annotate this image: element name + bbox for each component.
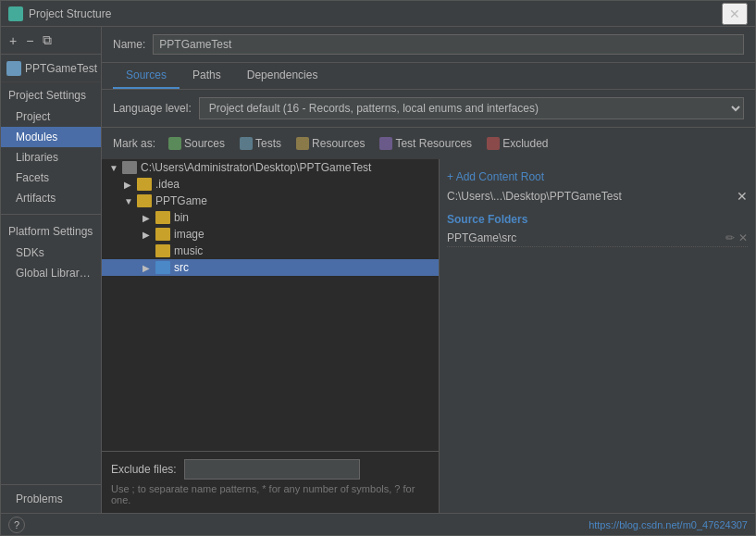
tree-item-bin[interactable]: ▶ bin [102, 209, 439, 226]
remove-source-folder-button[interactable]: ✕ [738, 231, 748, 244]
sidebar-item-modules[interactable]: Modules [1, 127, 101, 147]
file-tree: ▼ C:\Users\Administrator\Desktop\PPTGame… [102, 159, 440, 513]
image-folder-icon [155, 228, 170, 241]
source-folder-actions: ✏ ✕ [725, 231, 748, 244]
name-row: Name: [102, 27, 755, 63]
content-root-path: C:\Users\...\Desktop\PPTGameTest ✕ [447, 187, 748, 209]
mark-excluded-button[interactable]: Excluded [481, 135, 553, 152]
sidebar-bottom: Problems [1, 285, 101, 513]
tree-label-bin: bin [174, 211, 189, 224]
edit-source-folder-button[interactable]: ✏ [725, 231, 735, 244]
main-content: + − ⧉ PPTGameTest Project Settings Proje… [1, 27, 755, 513]
sidebar-item-project-settings[interactable]: Project Settings [1, 84, 101, 106]
tab-paths[interactable]: Paths [180, 63, 234, 89]
mark-as-label: Mark as: [113, 137, 155, 150]
excluded-icon [487, 137, 500, 150]
sidebar-item-problems[interactable]: Problems [1, 489, 101, 509]
idea-folder-icon [137, 178, 152, 191]
source-folder-path: PPTGame\src [447, 231, 516, 244]
mark-sources-label: Sources [184, 137, 225, 150]
mark-tests-label: Tests [255, 137, 281, 150]
sidebar-divider-bottom [1, 484, 101, 485]
tree-item-music[interactable]: music [102, 243, 439, 259]
src-folder-icon [155, 261, 170, 274]
sidebar-item-project[interactable]: Project [1, 106, 101, 127]
name-input[interactable] [153, 34, 744, 55]
resources-icon [296, 137, 309, 150]
project-structure-window: Project Structure ✕ + − ⧉ PPTGameTest Pr… [0, 0, 756, 536]
tree-label-idea: .idea [155, 178, 180, 191]
tab-sources[interactable]: Sources [113, 63, 180, 89]
tree-item-pptgame[interactable]: ▼ PPTGame [102, 193, 439, 209]
exclude-hint: Use ; to separate name patterns, * for a… [111, 483, 429, 505]
mark-excluded-label: Excluded [502, 137, 548, 150]
mark-tests-button[interactable]: Tests [234, 135, 287, 152]
help-button[interactable]: ? [8, 517, 25, 533]
exclude-input[interactable] [184, 459, 360, 480]
expand-bin-icon: ▶ [143, 213, 155, 223]
tree-item-idea[interactable]: ▶ .idea [102, 176, 439, 193]
add-module-button[interactable]: + [6, 32, 19, 49]
tree-item-image[interactable]: ▶ image [102, 226, 439, 243]
tests-icon [240, 137, 253, 150]
tree-label-src: src [174, 261, 189, 274]
expand-src-icon: ▶ [143, 263, 155, 273]
tab-dependencies[interactable]: Dependencies [234, 63, 331, 89]
sidebar: + − ⧉ PPTGameTest Project Settings Proje… [1, 27, 102, 513]
add-content-root-button[interactable]: + Add Content Root [447, 167, 748, 187]
expand-image-icon: ▶ [143, 230, 155, 240]
test-resources-icon [379, 137, 392, 150]
sidebar-item-global-libraries[interactable]: Global Librar… [1, 263, 101, 283]
language-level-select[interactable]: Project default (16 - Records, patterns,… [199, 97, 744, 119]
exclude-section: Exclude files: Use ; to separate name pa… [102, 451, 439, 513]
content-root-path-label: C:\Users\...\Desktop\PPTGameTest [447, 190, 622, 203]
lang-row: Language level: Project default (16 - Re… [102, 90, 755, 128]
sidebar-item-artifacts[interactable]: Artifacts [1, 188, 101, 208]
split-area: ▼ C:\Users\Administrator\Desktop\PPTGame… [102, 159, 755, 513]
exclude-label: Exclude files: [111, 463, 177, 476]
tabs: Sources Paths Dependencies [102, 63, 755, 90]
music-folder-icon [155, 244, 170, 257]
mark-test-resources-label: Test Resources [395, 137, 472, 150]
remove-module-button[interactable]: − [23, 32, 36, 49]
bottom-bar: ? https://blog.csdn.net/m0_47624307 [1, 513, 755, 535]
tree-item-src[interactable]: ▶ src [102, 259, 439, 276]
expand-root-icon: ▼ [109, 163, 122, 173]
module-item[interactable]: PPTGameTest [1, 55, 101, 82]
sources-icon [168, 137, 181, 150]
sidebar-divider [1, 214, 101, 215]
mark-resources-button[interactable]: Resources [291, 135, 370, 152]
title-bar: Project Structure ✕ [1, 1, 755, 27]
language-level-label: Language level: [113, 102, 192, 115]
tree-root-label: C:\Users\Administrator\Desktop\PPTGameTe… [141, 161, 371, 174]
sidebar-item-libraries[interactable]: Libraries [1, 147, 101, 168]
content-root-close-button[interactable]: ✕ [737, 189, 748, 204]
mark-as-row: Mark as: Sources Tests Resources Test Re… [102, 128, 755, 159]
expand-pptgame-icon: ▼ [124, 196, 137, 206]
copy-module-button[interactable]: ⧉ [40, 31, 55, 49]
source-folder-item: PPTGame\src ✏ ✕ [447, 230, 748, 247]
mark-test-resources-button[interactable]: Test Resources [374, 135, 477, 152]
project-settings-section: Project Settings Project Modules Librari… [1, 82, 101, 210]
root-folder-icon [122, 161, 137, 174]
sidebar-item-platform-settings[interactable]: Platform Settings [1, 220, 101, 243]
pptgame-folder-icon [137, 194, 152, 207]
source-folders-header: Source Folders [447, 209, 748, 230]
tree-label-music: music [174, 244, 203, 257]
right-panel: Name: Sources Paths Dependencies Languag… [102, 27, 755, 513]
tree-label-image: image [174, 228, 204, 241]
mark-resources-label: Resources [312, 137, 365, 150]
tree-root[interactable]: ▼ C:\Users\Administrator\Desktop\PPTGame… [102, 159, 439, 176]
module-icon [6, 61, 21, 76]
module-name: PPTGameTest [25, 62, 97, 75]
name-label: Name: [113, 38, 145, 51]
bin-folder-icon [155, 211, 170, 224]
tree-label-pptgame: PPTGame [155, 194, 207, 207]
mark-sources-button[interactable]: Sources [163, 135, 230, 152]
window-icon [8, 6, 23, 21]
sidebar-toolbar: + − ⧉ [1, 27, 101, 55]
window-title: Project Structure [29, 7, 722, 20]
sidebar-item-sdks[interactable]: SDKs [1, 243, 101, 263]
close-button[interactable]: ✕ [722, 3, 748, 25]
sidebar-item-facets[interactable]: Facets [1, 168, 101, 188]
